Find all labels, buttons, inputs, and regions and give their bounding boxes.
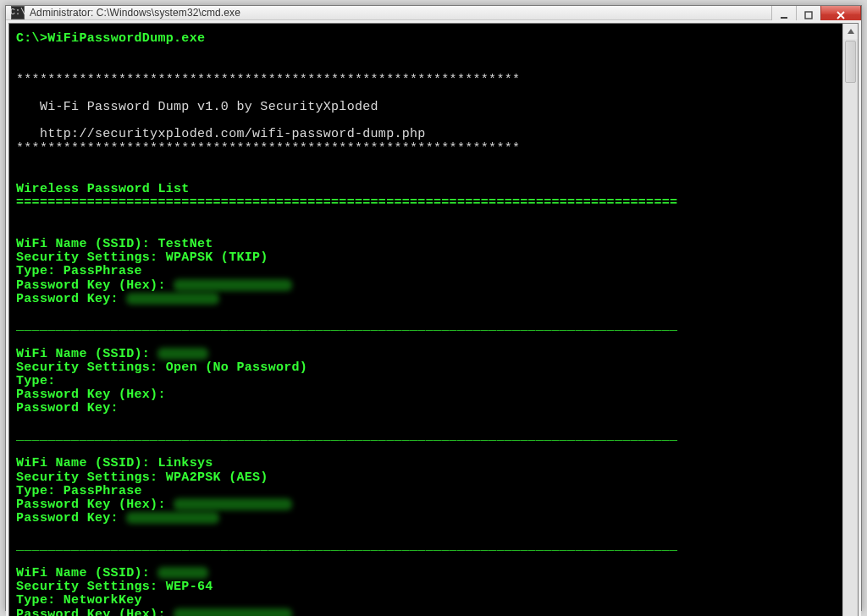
entry-security: Security Settings: WPAPSK (TKIP) (16, 251, 836, 265)
entry-key: Password Key: (16, 402, 836, 415)
value-security: WPA2PSK (AES) (166, 470, 268, 485)
entry-security: Security Settings: Open (No Password) (16, 361, 836, 375)
svg-rect-1 (805, 12, 812, 19)
cmd-icon: C:\ (11, 6, 25, 19)
value-type: PassPhrase (64, 484, 142, 498)
terminal-container: C:\>WiFiPasswordDump.exe ***************… (8, 23, 859, 616)
value-security: Open (No Password) (166, 360, 307, 375)
entry-divider: ________________________________________… (16, 319, 677, 333)
prompt: C:\> (16, 31, 47, 46)
titlebar[interactable]: C:\ Administrator: C:\Windows\system32\c… (6, 6, 861, 20)
label-ssid: WiFi Name (SSID): (16, 566, 157, 580)
entry-hex: Password Key (Hex): (16, 279, 836, 293)
banner-url: http://securityxploded.com/wifi-password… (16, 127, 426, 141)
entry-type: Type: PassPhrase (16, 265, 836, 278)
entry-hex: Password Key (Hex): (16, 608, 836, 616)
label-ssid: WiFi Name (SSID): (16, 237, 157, 251)
masked-hex (174, 279, 292, 291)
entry-key: Password Key: (16, 512, 836, 525)
label-key: Password Key: (16, 292, 126, 306)
entry-type: Type: PassPhrase (16, 485, 836, 498)
entry-security: Security Settings: WPA2PSK (AES) (16, 471, 836, 485)
banner-stars: ****************************************… (16, 73, 520, 87)
window-title: Administrator: C:\Windows\system32\cmd.e… (30, 7, 240, 19)
masked-key (126, 293, 219, 305)
label-type: Type: (16, 484, 64, 498)
value-ssid: Linksys (157, 456, 213, 470)
label-key: Password Key: (16, 511, 126, 525)
label-ssid: WiFi Name (SSID): (16, 456, 157, 470)
entry-type: Type: (16, 375, 836, 388)
label-hex: Password Key (Hex): (16, 388, 174, 402)
label-hex: Password Key (Hex): (16, 498, 174, 512)
entry-divider: ________________________________________… (16, 539, 677, 553)
vertical-scrollbar[interactable] (842, 24, 858, 616)
label-security: Security Settings: (16, 360, 166, 375)
entry-ssid: WiFi Name (SSID): (16, 348, 836, 361)
label-type: Type: (16, 593, 64, 608)
entry-divider: ________________________________________… (16, 429, 677, 443)
entry-hex: Password Key (Hex): (16, 388, 836, 402)
entry-type: Type: NetworkKey (16, 594, 836, 608)
label-hex: Password Key (Hex): (16, 278, 174, 293)
value-security: WPAPSK (TKIP) (166, 250, 268, 265)
value-ssid: TestNet (157, 237, 213, 251)
masked-key (126, 512, 219, 524)
label-ssid: WiFi Name (SSID): (16, 347, 157, 361)
prompt-line: C:\>WiFiPasswordDump.exe (16, 32, 836, 46)
vertical-scroll-thumb[interactable] (845, 41, 856, 83)
entry-key: Password Key: (16, 293, 836, 306)
masked-hex (174, 498, 292, 510)
terminal-output[interactable]: C:\>WiFiPasswordDump.exe ***************… (9, 24, 842, 616)
value-type: NetworkKey (64, 593, 142, 608)
svg-rect-0 (781, 17, 787, 19)
command-text: WiFiPasswordDump.exe (47, 31, 205, 46)
masked-hex (174, 608, 292, 616)
label-security: Security Settings: (16, 470, 166, 485)
section-rule: ========================================… (16, 195, 677, 210)
scroll-up-arrow-icon[interactable] (843, 24, 858, 39)
masked-ssid (157, 567, 208, 579)
label-key: Password Key: (16, 401, 126, 415)
entry-ssid: WiFi Name (SSID): (16, 567, 836, 580)
banner-stars: ****************************************… (16, 141, 520, 156)
value-security: WEP-64 (166, 580, 213, 594)
label-security: Security Settings: (16, 250, 166, 265)
entry-ssid: WiFi Name (SSID): Linksys (16, 457, 836, 470)
client-area: C:\>WiFiPasswordDump.exe ***************… (6, 20, 861, 616)
section-heading: Wireless Password List (16, 182, 190, 196)
vertical-scroll-track[interactable] (843, 39, 858, 616)
cmd-window: C:\ Administrator: C:\Windows\system32\c… (5, 5, 862, 611)
entry-ssid: WiFi Name (SSID): TestNet (16, 238, 836, 251)
value-type: PassPhrase (64, 264, 142, 278)
label-type: Type: (16, 374, 64, 388)
label-security: Security Settings: (16, 580, 166, 594)
entry-hex: Password Key (Hex): (16, 498, 836, 512)
banner-program: Wi-Fi Password Dump v1.0 by SecurityXplo… (16, 100, 378, 114)
label-hex: Password Key (Hex): (16, 608, 174, 616)
label-type: Type: (16, 264, 64, 278)
masked-ssid (157, 348, 208, 360)
entry-security: Security Settings: WEP-64 (16, 580, 836, 594)
